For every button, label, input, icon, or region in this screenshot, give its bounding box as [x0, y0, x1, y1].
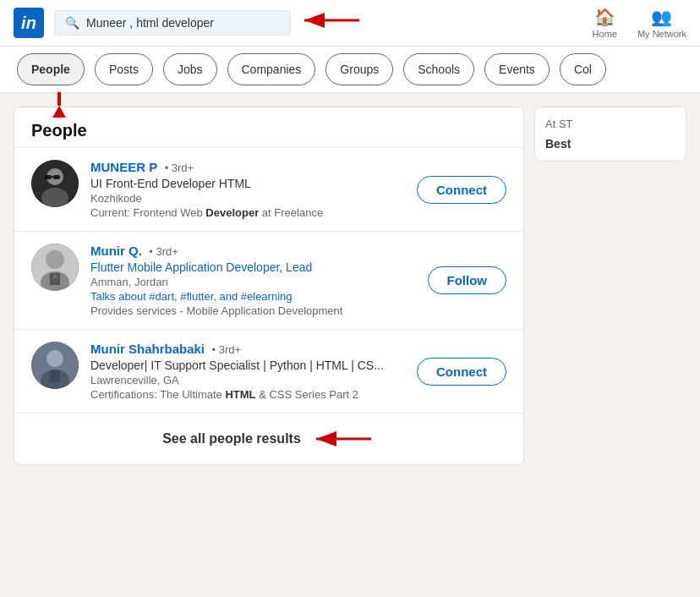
person-row-muneer-p: MUNEER P • 3rd+ UI Front-End Developer H…: [14, 147, 523, 231]
person-degree-munir-q: • 3rd+: [149, 245, 178, 258]
person-location-muneer-p: Kozhikode: [90, 192, 405, 205]
tab-posts[interactable]: Posts: [95, 53, 153, 85]
tab-col[interactable]: Col: [560, 53, 606, 85]
person-title-munir-q: Flutter Mobile Application Developer, Le…: [90, 260, 416, 274]
linkedin-logo[interactable]: in: [14, 8, 44, 38]
svg-point-4: [41, 188, 68, 207]
person-degree-muneer-p: • 3rd+: [165, 162, 194, 174]
person-location-munir-s: Lawrenceville, GA: [90, 374, 405, 386]
person-info-munir-s: Munir Shahrbabaki • 3rd+ Developer| IT S…: [90, 342, 405, 401]
nav-home-label: Home: [593, 29, 617, 39]
person-row-munir-q: Munir Q. • 3rd+ Flutter Mobile Applicati…: [14, 231, 523, 329]
person-name-munir-q: Munir Q.: [90, 244, 142, 258]
person-info-muneer-p: MUNEER P • 3rd+ UI Front-End Developer H…: [90, 160, 405, 219]
main-layout: People MUNEER P • 3rd+ UI F: [0, 93, 700, 479]
search-icon: 🔍: [65, 16, 79, 30]
people-card-title: People: [14, 107, 523, 147]
connect-button-muneer-p[interactable]: Connect: [417, 176, 506, 204]
see-all-label[interactable]: See all people results: [162, 431, 301, 446]
svg-rect-6: [53, 175, 60, 179]
nav-network-label: My Network: [637, 29, 686, 39]
tab-jobs[interactable]: Jobs: [163, 53, 217, 85]
filter-tabs-bar: People Posts Jobs Companies Groups Schoo…: [0, 47, 700, 93]
sidebar-best: Best: [545, 137, 675, 151]
right-sidebar: At ST Best: [534, 107, 686, 162]
see-all-row: See all people results: [14, 413, 523, 464]
avatar-munir-s: [31, 342, 79, 389]
avatar-munir-q: [31, 244, 79, 291]
cert-suffix: & CSS Series Part 2: [259, 388, 358, 401]
svg-point-9: [46, 250, 64, 269]
person-title-munir-s: Developer| IT Support Specialist | Pytho…: [90, 359, 405, 372]
network-icon: 👥: [651, 7, 672, 27]
home-icon: 🏠: [594, 7, 615, 27]
person-degree-munir-s: • 3rd+: [211, 343, 241, 356]
person-current-muneer-p: Current: Frontend Web Developer at Freel…: [90, 206, 405, 219]
tab-groups[interactable]: Groups: [325, 53, 393, 85]
linkedin-logo-text: in: [21, 14, 36, 33]
person-tags-munir-q: Talks about #dart, #flutter, and #elearn…: [90, 290, 416, 303]
search-arrow-annotation: [296, 7, 364, 34]
header-nav: 🏠 Home 👥 My Network: [593, 7, 686, 39]
search-input[interactable]: [86, 16, 280, 30]
avatar-muneer-p: [31, 160, 79, 207]
person-name-munir-s: Munir Shahrbabaki: [90, 342, 205, 356]
search-bar: 🔍: [54, 10, 291, 36]
person-info-munir-q: Munir Q. • 3rd+ Flutter Mobile Applicati…: [90, 244, 416, 317]
person-cert-munir-s: Certifications: The Ultimate HTML & CSS …: [90, 388, 405, 401]
tab-people[interactable]: People: [17, 53, 85, 85]
people-tab-arrow-annotation: [52, 92, 66, 118]
svg-rect-5: [45, 175, 52, 179]
current-prefix: Current: Frontend Web: [90, 206, 203, 219]
svg-rect-16: [50, 370, 60, 382]
follow-button-munir-q[interactable]: Follow: [428, 266, 507, 294]
sidebar-at-st: At ST: [545, 118, 675, 130]
cert-highlight: HTML: [225, 388, 255, 401]
nav-network[interactable]: 👥 My Network: [637, 7, 686, 39]
tab-events[interactable]: Events: [484, 53, 550, 85]
person-location-munir-q: Amman, Jordan: [90, 276, 416, 288]
current-highlight: Developer: [205, 206, 259, 219]
person-row-munir-s: Munir Shahrbabaki • 3rd+ Developer| IT S…: [14, 329, 523, 413]
people-card: People MUNEER P • 3rd+ UI F: [14, 107, 524, 465]
sidebar-card: At ST Best: [534, 107, 686, 162]
header: in 🔍 🏠 Home 👥 My Network: [0, 0, 700, 47]
cert-prefix: Certifications: The Ultimate: [90, 388, 225, 401]
person-name-muneer-p: MUNEER P: [90, 160, 157, 174]
svg-point-14: [46, 350, 63, 367]
person-title-muneer-p: UI Front-End Developer HTML: [90, 177, 405, 190]
connect-button-munir-s[interactable]: Connect: [417, 358, 506, 386]
see-all-arrow-annotation: [308, 427, 375, 451]
nav-home[interactable]: 🏠 Home: [593, 7, 617, 39]
tab-companies[interactable]: Companies: [227, 53, 316, 85]
person-services-munir-q: Provides services - Mobile Application D…: [90, 304, 416, 317]
tab-schools[interactable]: Schools: [403, 53, 474, 85]
current-suffix: at Freelance: [262, 206, 323, 219]
